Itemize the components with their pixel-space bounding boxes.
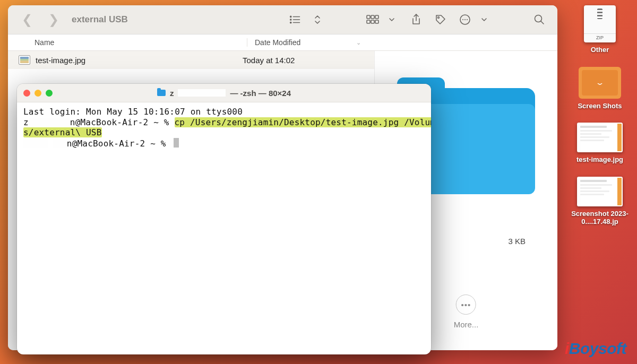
svg-point-13	[438, 17, 440, 19]
zip-icon	[584, 5, 616, 42]
minimize-button[interactable]	[35, 90, 41, 97]
redacted-text	[29, 118, 70, 126]
terminal-line: n@MacBook-Air-2 ~ %	[23, 138, 179, 149]
chevron-down-icon: ⌄	[356, 39, 361, 46]
svg-rect-6	[367, 15, 370, 19]
window-controls	[23, 90, 53, 97]
file-name: test-image.jpg	[36, 56, 243, 65]
svg-rect-7	[371, 15, 374, 19]
desktop-item-screenshots[interactable]: ⌄ Screen Shots	[565, 67, 634, 110]
image-file-icon	[19, 55, 30, 65]
desktop-label: Screenshot 2023-0....17.48.jp	[565, 210, 634, 226]
terminal-title: z — -zsh — 80×24	[17, 89, 431, 98]
svg-point-17	[467, 19, 468, 20]
svg-point-15	[462, 19, 463, 20]
image-thumb-icon	[577, 177, 623, 206]
desktop-area: Other ⌄ Screen Shots test-image.jpg Scre…	[563, 0, 637, 364]
svg-rect-8	[375, 15, 378, 19]
column-name[interactable]: Name	[19, 38, 247, 47]
svg-rect-10	[371, 20, 374, 23]
folder-icon	[157, 90, 166, 96]
redacted-text	[53, 139, 67, 148]
svg-point-2	[290, 19, 291, 20]
tag-icon[interactable]	[433, 13, 448, 26]
folder-icon: ⌄	[579, 67, 621, 99]
forward-button[interactable]: ❯	[45, 12, 62, 27]
share-icon[interactable]	[409, 13, 424, 26]
file-row[interactable]: test-image.jpg Today at 14:02	[8, 51, 374, 69]
redacted-text	[178, 89, 226, 97]
svg-point-4	[290, 22, 291, 23]
search-icon[interactable]	[532, 13, 547, 26]
terminal-titlebar[interactable]: z — -zsh — 80×24	[17, 84, 431, 102]
column-date[interactable]: Date Modified ⌄	[247, 38, 547, 47]
finder-title: external USB	[72, 14, 128, 25]
desktop-label: Screen Shots	[578, 102, 622, 110]
close-button[interactable]	[23, 90, 30, 97]
finder-toolbar: ❮ ❯ external USB	[8, 5, 557, 34]
svg-line-19	[541, 21, 544, 24]
back-button[interactable]: ❮	[19, 12, 36, 27]
terminal-window: z — -zsh — 80×24 Last login: Mon May 15 …	[17, 84, 431, 354]
svg-point-0	[290, 16, 291, 17]
chevron-down-icon[interactable]	[477, 13, 492, 26]
terminal-body[interactable]: Last login: Mon May 15 10:16:07 on ttys0…	[17, 102, 431, 354]
highlighted-command: s/external\ USB	[23, 127, 102, 137]
list-view-icon[interactable]	[289, 13, 304, 26]
more-button[interactable]: ••• More...	[454, 294, 479, 329]
desktop-item-testimage[interactable]: test-image.jpg	[565, 123, 634, 164]
desktop-item-other[interactable]: Other	[565, 5, 634, 54]
ellipsis-icon: •••	[456, 294, 476, 315]
svg-rect-9	[367, 20, 370, 23]
terminal-line: Last login: Mon May 15 10:16:07 on ttys0…	[23, 107, 243, 117]
redacted-text	[23, 139, 48, 148]
finder-columns-header: Name Date Modified ⌄	[8, 34, 557, 51]
grid-view-icon[interactable]	[365, 13, 380, 26]
terminal-line: zn@MacBook-Air-2 ~ % cp /Users/zengjiami…	[23, 117, 431, 127]
desktop-label: test-image.jpg	[576, 155, 623, 164]
file-date: Today at 14:02	[243, 56, 295, 65]
image-thumb-icon	[577, 123, 623, 152]
zoom-button[interactable]	[46, 90, 53, 97]
desktop-item-screenshot2023[interactable]: Screenshot 2023-0....17.48.jp	[565, 177, 634, 226]
watermark: iBoysoft	[565, 340, 626, 358]
chevron-down-icon[interactable]	[384, 13, 399, 26]
desktop-label: Other	[591, 46, 609, 54]
svg-rect-11	[375, 20, 378, 23]
cursor-icon	[174, 138, 179, 148]
sort-updown-icon[interactable]	[310, 13, 325, 26]
svg-point-16	[464, 19, 466, 20]
preview-size: 3 KB	[508, 237, 547, 246]
highlighted-command: cp /Users/zengjiamin/Desktop/test-image.…	[175, 117, 432, 127]
more-label: More...	[454, 320, 479, 329]
more-actions-icon[interactable]	[458, 13, 472, 26]
